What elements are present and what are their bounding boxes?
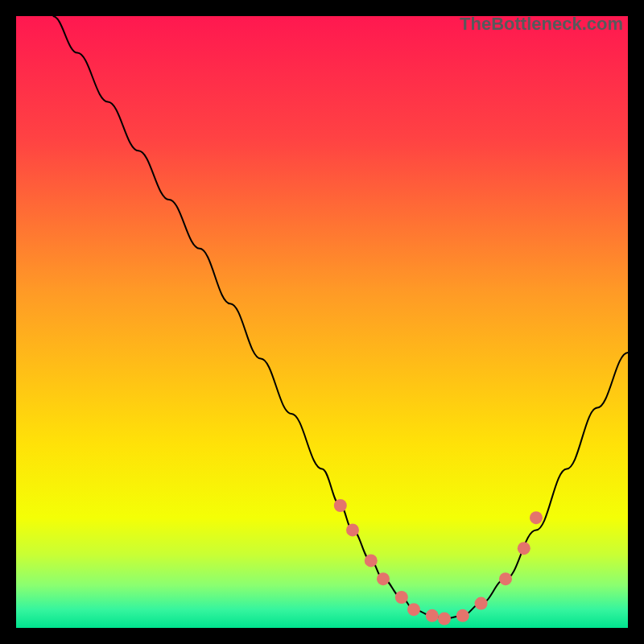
highlight-dot	[407, 603, 420, 616]
highlight-dot	[377, 572, 390, 585]
chart-svg	[16, 16, 628, 628]
watermark-text: TheBottleneck.com	[460, 14, 623, 35]
gradient-background	[16, 16, 628, 628]
highlight-dot	[499, 572, 512, 585]
highlight-dot	[346, 523, 359, 536]
highlight-dot	[475, 597, 488, 610]
highlight-dot	[518, 542, 530, 555]
highlight-dot	[438, 613, 451, 625]
highlight-dot	[334, 499, 347, 512]
highlight-dot	[426, 609, 439, 622]
highlight-dot	[395, 591, 408, 604]
chart-frame: TheBottleneck.com	[16, 16, 628, 628]
highlight-dot	[530, 511, 543, 524]
highlight-dot	[365, 554, 378, 567]
highlight-dot	[456, 609, 469, 622]
